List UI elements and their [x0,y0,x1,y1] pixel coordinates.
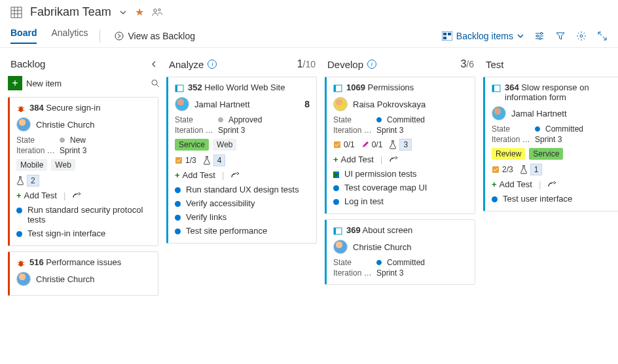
star-icon[interactable]: ★ [135,6,144,18]
svg-line-34 [22,261,22,262]
settings-sliders-icon[interactable] [534,31,545,41]
chevron-down-icon[interactable] [119,9,127,16]
iteration-value: Sprint 3 [376,268,403,278]
test-item[interactable]: UI permission tests [333,167,468,181]
test-item[interactable]: Run standard UX design tests [175,183,310,196]
svg-point-13 [541,32,543,34]
card-id: 1069 [346,82,365,92]
pencil-badge[interactable]: 0/1 [361,140,383,149]
svg-point-15 [537,35,539,37]
svg-rect-40 [334,141,340,148]
bullet-icon [16,231,22,237]
tag[interactable]: Service [175,139,209,151]
column-test: Test 2/6 364 Slow response on informatio… [483,56,618,359]
new-item-button[interactable]: + New item [8,76,62,90]
test-badge[interactable]: 1 [520,164,543,175]
flask-icon [389,140,397,149]
view-as-backlog-label: View as Backlog [128,31,194,41]
info-icon[interactable]: i [367,60,376,69]
effort: 8 [304,99,310,109]
board-icon [442,31,452,41]
add-test-button[interactable]: +Add Test [333,155,374,164]
add-test-button[interactable]: +Add Test [175,170,215,180]
avatar [16,117,31,132]
backlog-items-dropdown[interactable]: Backlog items [442,31,524,41]
tag[interactable]: Web [51,159,75,171]
card-369[interactable]: 369 About screen Christie Church StateCo… [325,219,475,285]
card-title: Hello World Web Site [204,82,285,92]
test-item[interactable]: Run standard security protocol tests [16,203,151,227]
test-badge[interactable]: 2 [16,175,39,187]
view-as-backlog[interactable]: View as Backlog [115,31,194,41]
test-badge[interactable]: 3 [389,139,412,151]
card-352[interactable]: 352 Hello World Web Site Jamal Hartnett … [166,77,317,244]
task-badge[interactable]: 1/3 [175,156,196,165]
test-item[interactable]: Test site performance [175,224,310,238]
test-item[interactable]: Test user interface [492,192,618,206]
avatar [16,272,31,286]
tab-analytics[interactable]: Analytics [51,27,88,44]
open-link-icon[interactable] [547,181,556,189]
state-dot-icon [60,137,65,143]
column-header: Developi 3/6 [325,56,477,77]
divider: | [222,170,224,180]
svg-line-26 [20,106,20,107]
bug-icon [16,259,26,268]
add-test-button[interactable]: +Add Test [492,179,532,189]
card-title: Performance issues [46,257,121,267]
task-badge[interactable]: 0/1 [333,140,355,149]
gear-icon[interactable] [576,31,587,41]
iteration-value: Sprint 3 [376,126,403,135]
column-develop: Developi 3/6 1069 Permissions Raisa Pokr… [325,56,477,359]
tag[interactable]: Mobile [16,159,47,171]
state-dot-icon [376,260,382,265]
pbi-icon [175,84,184,93]
column-title: Backlog [10,58,45,69]
task-badge[interactable]: 2/3 [492,165,513,174]
card-title: Permissions [368,82,414,92]
open-link-icon[interactable] [72,192,81,200]
people-icon[interactable] [152,7,162,18]
bug-icon [16,104,26,113]
checklist-icon [333,141,341,149]
tag[interactable]: Web [213,139,236,151]
card-364[interactable]: 364 Slow response on information form Ja… [483,77,618,211]
bullet-icon [175,215,181,221]
fullscreen-icon[interactable] [597,31,608,41]
card-1069[interactable]: 1069 Permissions Raisa Pokrovskaya State… [325,77,475,214]
svg-rect-36 [175,85,177,92]
svg-point-21 [19,107,23,112]
collapse-icon[interactable] [151,60,157,68]
divider: | [380,155,382,164]
open-link-icon[interactable] [389,156,398,164]
test-item[interactable]: Test sign-in interface [16,227,151,240]
test-item[interactable]: Test coverage map UI [333,181,468,194]
new-item-row: + New item [8,76,160,90]
tag[interactable]: Review [492,148,525,160]
test-item[interactable]: Verify accessibility [175,196,310,210]
search-icon[interactable] [151,79,160,88]
test-badge[interactable]: 4 [203,155,226,166]
assignee: Christie Church [36,274,95,284]
test-item[interactable]: Verify links [175,210,310,224]
state-value: Committed [545,124,583,134]
info-icon[interactable]: i [208,60,217,69]
filter-icon[interactable] [555,31,566,41]
open-link-icon[interactable] [230,172,240,179]
test-item[interactable]: Log in test [333,194,468,208]
card-id: 384 [29,103,44,113]
column-header: Analyzei 1/10 [166,56,318,77]
backlog-items-label: Backlog items [456,31,513,41]
tabs-row: Board Analytics View as Backlog Backlog … [0,24,618,48]
svg-rect-11 [443,37,446,39]
iteration-value: Sprint 3 [60,146,86,155]
tab-board[interactable]: Board [10,27,37,44]
add-test-button[interactable]: +Add Test [16,191,57,200]
tag[interactable]: Service [529,148,563,160]
pbi-icon [492,84,501,93]
card-516[interactable]: 516 Performance issues Christie Church [8,251,158,296]
card-384[interactable]: 384 Secure sign-in Christie Church State… [8,97,158,246]
card-id: 369 [346,225,361,235]
team-name[interactable]: Fabrikam Team [30,5,111,19]
svg-point-7 [115,32,123,40]
